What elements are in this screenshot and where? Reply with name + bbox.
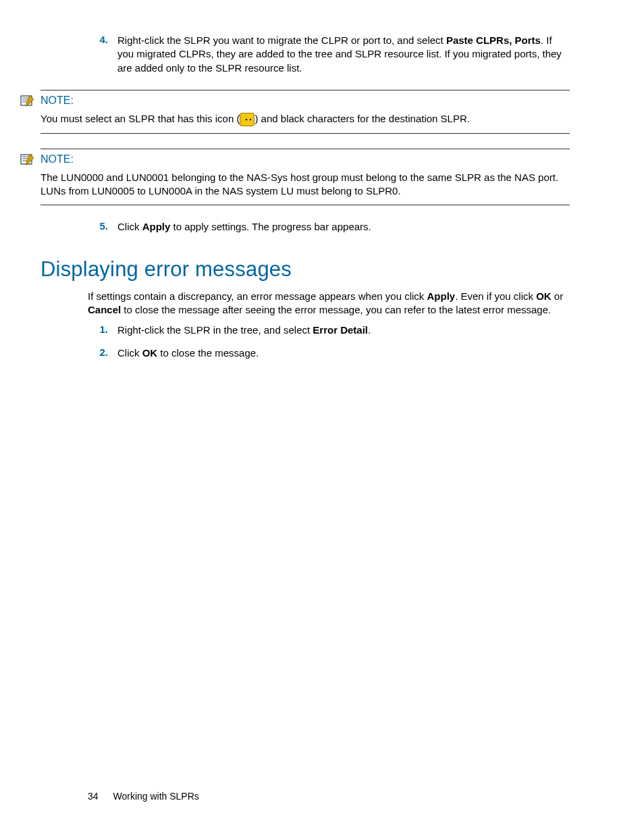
button-label: OK [536, 290, 552, 302]
divider [41, 133, 570, 134]
intro-text: If settings contain a discrepancy, an er… [88, 290, 427, 302]
note-text: You must select an SLPR that has this ic… [41, 113, 240, 124]
intro-text: . Even if you click [455, 290, 536, 302]
substep-1: 1. Right-click the SLPR in the tree, and… [88, 323, 570, 337]
button-label: Cancel [88, 304, 121, 315]
step-text: Click [117, 221, 142, 232]
divider [41, 205, 570, 205]
substep-2: 2. Click OK to close the message. [88, 346, 570, 360]
step-5: 5. Click Apply to apply settings. The pr… [88, 220, 570, 234]
step-text: to apply settings. The progress bar appe… [170, 221, 371, 232]
note-header: NOTE: [41, 153, 570, 165]
note-body: You must select an SLPR that has this ic… [41, 112, 570, 126]
step-number: 1. [88, 323, 117, 337]
step-text: Right-click the SLPR in the tree, and se… [117, 324, 313, 336]
note-body: The LUN0000 and LUN0001 belonging to the… [41, 171, 570, 199]
slpr-icon [240, 113, 254, 126]
section-heading: Displaying error messages [41, 257, 570, 282]
step-4: 4. Right-click the SLPR you want to migr… [88, 34, 570, 75]
page-number: 34 [88, 791, 99, 802]
step-text: to close the message. [157, 347, 259, 359]
step-body: Right-click the SLPR in the tree, and se… [117, 323, 570, 337]
note-header: NOTE: [41, 95, 570, 107]
step-text: Right-click the SLPR you want to migrate… [117, 34, 446, 46]
note-block: NOTE: You must select an SLPR that has t… [41, 90, 570, 134]
step-text: Click [117, 347, 142, 359]
step-body: Click Apply to apply settings. The progr… [117, 220, 570, 234]
divider [41, 149, 570, 149]
note-icon [20, 95, 35, 107]
step-body: Right-click the SLPR you want to migrate… [117, 34, 570, 75]
menu-label: Error Detail [313, 324, 368, 336]
step-text: . [368, 324, 371, 336]
note-text: ) and black characters for the destinati… [254, 113, 470, 124]
menu-label: Paste CLPRs, Ports [446, 34, 541, 46]
button-label: Apply [427, 290, 455, 302]
button-label: Apply [142, 221, 171, 232]
divider [41, 90, 570, 90]
button-label: OK [142, 347, 158, 359]
page-footer: 34 Working with SLPRs [88, 791, 199, 802]
note-icon [20, 153, 35, 165]
section-intro: If settings contain a discrepancy, an er… [88, 290, 570, 317]
note-label: NOTE: [41, 153, 74, 165]
intro-text: to close the message after seeing the er… [121, 304, 551, 315]
step-number: 4. [88, 34, 117, 75]
step-number: 2. [88, 346, 117, 360]
footer-title: Working with SLPRs [113, 791, 198, 802]
note-label: NOTE: [41, 95, 74, 107]
note-block: NOTE: The LUN0000 and LUN0001 belonging … [41, 149, 570, 206]
step-number: 5. [88, 220, 117, 234]
step-body: Click OK to close the message. [117, 346, 570, 360]
intro-text: or [552, 290, 564, 302]
